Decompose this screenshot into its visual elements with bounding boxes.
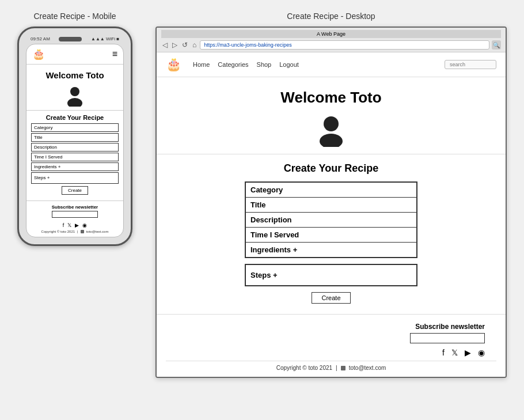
desktop-footer-inner: Subscribe newsletter f 𝕏 ▶ ◉ — [166, 323, 496, 357]
desktop-nav-links: Home Categories Shop Logout — [193, 61, 433, 68]
desktop-frame: A Web Page ◁ ▷ ↺ ⌂ https://ma3-uncle-jom… — [155, 27, 507, 378]
desktop-welcome-title: Welcome Toto — [166, 89, 496, 107]
desktop-page: 🎂 Home Categories Shop Logout Welcome To… — [157, 52, 506, 377]
mobile-instagram-icon[interactable]: ◉ — [82, 222, 87, 228]
desktop-form-section: Create Your Recipe Category Title Descri… — [157, 154, 506, 314]
mobile-facebook-icon[interactable]: f — [63, 222, 64, 228]
browser-tab-bar: A Web Page — [161, 30, 501, 38]
mobile-time-field[interactable]: Time I Served — [31, 153, 119, 161]
browser-nav-bar: ◁ ▷ ↺ ⌂ https://ma3-uncle-joms-baking-re… — [161, 40, 501, 50]
desktop-search-input[interactable] — [445, 60, 496, 69]
desktop-subscribe-label: Subscribe newsletter — [166, 323, 485, 331]
mobile-time: 09:52 AM — [31, 36, 50, 41]
desktop-steps-box[interactable]: Steps + — [245, 264, 417, 286]
mobile-welcome-title: Welcome Toto — [30, 70, 120, 80]
mobile-notch — [59, 37, 82, 41]
browser-chrome: A Web Page ◁ ▷ ↺ ⌂ https://ma3-uncle-jom… — [157, 28, 506, 52]
nav-categories-link[interactable]: Categories — [218, 61, 248, 68]
desktop-social-icons: f 𝕏 ▶ ◉ — [166, 348, 485, 357]
desktop-category-field[interactable]: Category — [246, 183, 416, 198]
mobile-social-icons: f 𝕏 ▶ ◉ — [31, 222, 119, 228]
desktop-subscribe-input[interactable] — [410, 333, 485, 343]
nav-logout-link[interactable]: Logout — [279, 61, 299, 68]
desktop-email-icon — [341, 366, 345, 370]
desktop-instagram-icon[interactable]: ◉ — [478, 348, 485, 357]
mobile-cake-icon[interactable]: 🎂 — [32, 48, 45, 60]
nav-shop-link[interactable]: Shop — [257, 61, 272, 68]
nav-home-link[interactable]: Home — [193, 61, 210, 68]
desktop-form-box: Category Title Description Time I Served… — [245, 181, 417, 258]
desktop-description-field[interactable]: Description — [246, 213, 416, 228]
svg-point-1 — [67, 98, 82, 107]
mobile-hamburger-icon[interactable]: ≡ — [112, 49, 117, 59]
mobile-form-section: Create Your Recipe Category Title Descri… — [26, 111, 123, 200]
desktop-copyright: Copyright © toto 2021 | toto@text.com — [166, 361, 496, 371]
mobile-email: toto@text.com — [86, 230, 109, 233]
mobile-notch-bar: 09:52 AM ▲▲▲ WiFi ■ — [26, 35, 124, 44]
mobile-section: Create Recipe - Mobile 09:52 AM ▲▲▲ WiFi… — [17, 12, 132, 408]
mobile-screen: 🎂 ≡ Welcome Toto Create Your Recipe Cate… — [26, 44, 124, 237]
mobile-subscribe-input[interactable] — [52, 211, 98, 218]
mobile-email-icon — [81, 230, 84, 233]
mobile-section-label: Create Recipe - Mobile — [33, 12, 116, 21]
desktop-twitter-icon[interactable]: 𝕏 — [451, 348, 458, 357]
mobile-title-field[interactable]: Title — [31, 133, 119, 142]
mobile-footer: Subscribe newsletter f 𝕏 ▶ ◉ Copyright ©… — [26, 200, 123, 237]
desktop-section: Create Recipe - Desktop A Web Page ◁ ▷ ↺… — [155, 12, 507, 408]
mobile-nav: 🎂 ≡ — [26, 44, 123, 65]
desktop-youtube-icon[interactable]: ▶ — [465, 348, 471, 357]
desktop-hero: Welcome Toto — [157, 77, 506, 154]
browser-back-btn[interactable]: ◁ — [161, 41, 169, 49]
desktop-email: toto@text.com — [349, 365, 386, 371]
svg-point-3 — [320, 134, 343, 147]
desktop-nav: 🎂 Home Categories Shop Logout — [157, 52, 506, 77]
desktop-form-heading: Create Your Recipe — [214, 162, 448, 175]
mobile-separator: | — [77, 230, 78, 233]
browser-forward-btn[interactable]: ▷ — [171, 41, 179, 49]
desktop-copyright-text: Copyright © toto 2021 — [276, 365, 332, 371]
svg-point-0 — [70, 87, 79, 96]
browser-search-btn[interactable]: 🔍 — [492, 40, 501, 50]
desktop-cake-icon[interactable]: 🎂 — [166, 57, 181, 72]
mobile-ingredients-field[interactable]: Ingredients + — [31, 162, 119, 171]
mobile-avatar — [63, 84, 86, 107]
mobile-subscribe-label: Subscribe newsletter — [31, 205, 119, 210]
svg-point-2 — [324, 116, 339, 131]
desktop-title-field[interactable]: Title — [246, 198, 416, 213]
desktop-ingredients-field[interactable]: Ingredients + — [246, 243, 416, 257]
desktop-create-button[interactable]: Create — [312, 292, 350, 304]
desktop-time-field[interactable]: Time I Served — [246, 228, 416, 243]
mobile-steps-box[interactable]: Steps + — [31, 172, 119, 184]
mobile-youtube-icon[interactable]: ▶ — [75, 222, 79, 228]
mobile-twitter-icon[interactable]: 𝕏 — [67, 222, 71, 228]
browser-url-bar[interactable]: https://ma3-uncle-joms-baking-recipes — [200, 40, 489, 50]
browser-reload-btn[interactable]: ↺ — [181, 41, 189, 49]
desktop-facebook-icon[interactable]: f — [442, 348, 445, 357]
desktop-footer: Subscribe newsletter f 𝕏 ▶ ◉ Copyright ©… — [157, 314, 506, 377]
browser-home-btn[interactable]: ⌂ — [191, 41, 198, 49]
desktop-avatar — [314, 112, 348, 147]
mobile-description-field[interactable]: Description — [31, 143, 119, 152]
mobile-hero: Welcome Toto — [26, 65, 123, 111]
mobile-category-field[interactable]: Category — [31, 123, 119, 132]
mobile-copyright: Copyright © toto 2021 | toto@text.com — [31, 230, 119, 233]
desktop-separator: | — [336, 365, 337, 371]
mobile-form-heading: Create Your Recipe — [31, 114, 119, 121]
mobile-create-button[interactable]: Create — [62, 186, 88, 195]
mobile-copyright-text: Copyright © toto 2021 — [41, 230, 75, 233]
mobile-frame: 09:52 AM ▲▲▲ WiFi ■ 🎂 ≡ Welcome Toto Cre… — [17, 27, 132, 246]
mobile-signal: ▲▲▲ WiFi ■ — [91, 36, 119, 41]
desktop-section-label: Create Recipe - Desktop — [155, 12, 507, 21]
